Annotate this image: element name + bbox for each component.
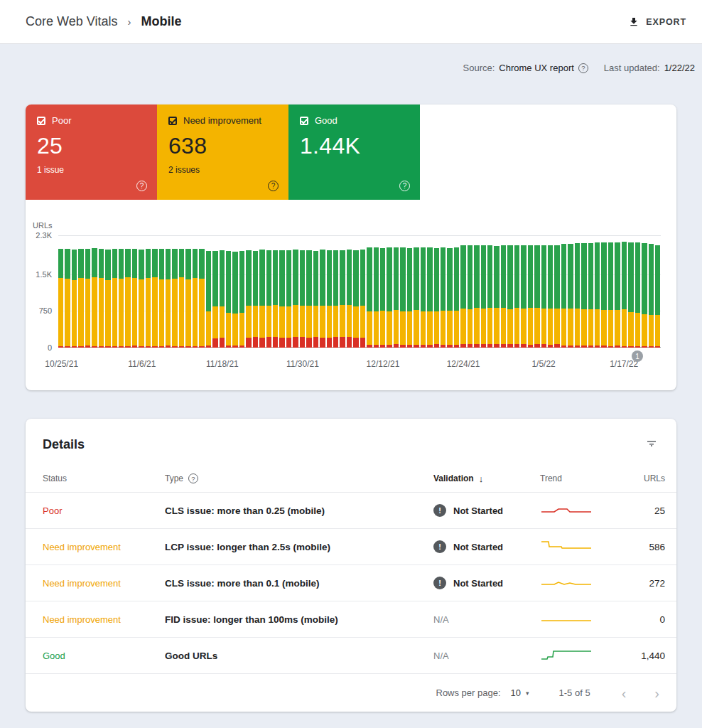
stacked-bar[interactable] [581,235,586,348]
stacked-bar[interactable] [85,235,90,348]
stacked-bar[interactable] [132,235,137,348]
stacked-bar[interactable] [575,235,580,348]
stacked-bar[interactable] [554,235,559,348]
stacked-bar[interactable] [226,235,231,348]
column-header-validation[interactable]: Validation↓ [433,473,540,484]
checkbox-checked-icon[interactable] [37,117,45,125]
stacked-bar[interactable] [212,235,217,348]
stacked-bar[interactable] [146,235,151,348]
summary-chip-good[interactable]: Good1.44K? [288,105,420,200]
column-header-status[interactable]: Status [43,473,165,483]
stacked-bar[interactable] [159,235,164,348]
stacked-bar[interactable] [172,235,177,348]
stacked-bar[interactable] [152,235,157,348]
prev-page-button[interactable]: ‹ [622,686,627,700]
stacked-bar[interactable] [387,235,392,348]
stacked-bar[interactable] [58,235,63,348]
stacked-bar[interactable] [360,235,365,348]
stacked-bar[interactable] [125,235,130,348]
stacked-bar[interactable] [595,235,600,348]
stacked-bar[interactable] [434,235,439,348]
stacked-bar[interactable] [92,235,97,348]
breadcrumb-root[interactable]: Core Web Vitals [26,14,117,29]
stacked-bar[interactable] [185,235,190,348]
help-icon[interactable]: ? [188,473,198,483]
stacked-bar[interactable] [232,235,237,348]
stacked-bar[interactable] [220,235,225,348]
stacked-bar[interactable] [72,235,77,348]
stacked-bar[interactable] [347,235,352,348]
stacked-bar[interactable] [279,235,284,348]
table-row[interactable]: Need improvementLCP issue: longer than 2… [26,528,676,564]
stacked-bar[interactable] [501,235,506,348]
stacked-bar[interactable] [615,235,620,348]
stacked-bar[interactable] [99,235,104,348]
help-icon[interactable]: ? [136,181,147,191]
stacked-bar[interactable] [454,235,459,348]
stacked-bar[interactable] [474,235,479,348]
help-icon[interactable]: ? [399,181,410,191]
stacked-bar[interactable] [374,235,379,348]
stacked-bar[interactable] [447,235,452,348]
stacked-bar[interactable] [468,235,472,348]
table-row[interactable]: Need improvementFID issue: longer than 1… [26,601,676,637]
column-header-urls[interactable]: URLs [628,473,665,483]
stacked-bar[interactable] [628,235,633,348]
stacked-bar[interactable] [568,235,573,348]
stacked-bar[interactable] [259,235,264,348]
stacked-bar[interactable] [139,235,144,348]
stacked-bar[interactable] [179,235,184,348]
stacked-bar[interactable] [561,235,566,348]
stacked-bar[interactable] [353,235,358,348]
stacked-bar[interactable] [407,235,412,348]
stacked-bar[interactable] [528,235,533,348]
stacked-bar[interactable] [427,235,432,348]
stacked-bar[interactable] [635,235,640,348]
table-row[interactable]: GoodGood URLsN/A1,440 [26,637,676,673]
stacked-bar[interactable] [320,235,325,348]
filter-button[interactable] [644,436,659,454]
stacked-bar[interactable] [119,235,124,348]
stacked-bar[interactable] [642,235,647,348]
stacked-bar[interactable] [306,235,311,348]
stacked-bar[interactable] [199,235,204,348]
stacked-bar[interactable] [380,235,385,348]
export-button[interactable]: EXPORT [628,16,686,28]
stacked-bar[interactable] [367,235,372,348]
stacked-bar[interactable] [441,235,446,348]
stacked-bar[interactable] [166,235,171,348]
next-page-button[interactable]: › [654,686,659,700]
stacked-bar[interactable] [340,235,345,348]
stacked-bar[interactable] [414,235,418,348]
stacked-bar[interactable] [649,235,654,348]
stacked-bar[interactable] [494,235,499,348]
stacked-bar[interactable] [394,235,399,348]
stacked-bar[interactable] [246,235,251,348]
summary-chip-need-improvement[interactable]: Need improvement6382 issues? [157,105,288,200]
stacked-bar[interactable] [487,235,492,348]
stacked-bar[interactable] [266,235,271,348]
stacked-bar[interactable] [293,235,298,348]
stacked-bar[interactable] [548,235,553,348]
stacked-bar[interactable] [507,235,512,348]
stacked-bar[interactable] [460,235,465,348]
stacked-bar[interactable] [327,235,332,348]
stacked-bar[interactable] [521,235,526,348]
column-header-type[interactable]: Type? [165,473,433,483]
annotation-marker[interactable]: 1 [632,350,643,362]
table-row[interactable]: PoorCLS issue: more than 0.25 (mobile)!N… [26,492,676,528]
table-row[interactable]: Need improvementCLS issue: more than 0.1… [26,564,676,601]
stacked-bar[interactable] [333,235,338,348]
stacked-bar[interactable] [400,235,405,348]
stacked-bar[interactable] [514,235,519,348]
help-icon[interactable]: ? [268,181,279,191]
stacked-bar[interactable] [655,235,660,348]
stacked-bar[interactable] [239,235,244,348]
stacked-bar[interactable] [421,235,426,348]
stacked-bar[interactable] [601,235,606,348]
column-header-trend[interactable]: Trend [540,473,628,483]
stacked-bar[interactable] [588,235,593,348]
stacked-bar[interactable] [622,235,627,348]
stacked-bar[interactable] [534,235,539,348]
checkbox-checked-icon[interactable] [300,117,308,125]
